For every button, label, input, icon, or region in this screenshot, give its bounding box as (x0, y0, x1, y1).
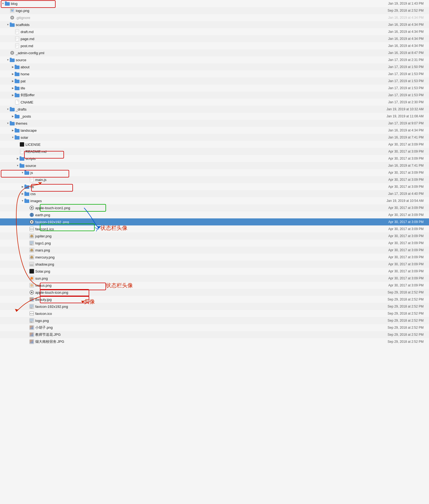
list-item[interactable]: 烟大南校宿舍.JPGSep 29, 2018 at 2:52 PM (0, 338, 429, 345)
disclosure-open[interactable]: ▼ (21, 171, 24, 175)
list-item[interactable]: draft.mdJan 16, 2019 at 4:34 PM (0, 28, 429, 35)
disclosure-open[interactable]: ▼ (6, 121, 10, 125)
file-type-icon: ICO (29, 227, 34, 231)
name-column: ▶home (0, 72, 361, 76)
list-item[interactable]: ▶libApr 30, 2017 at 3:09 PM (0, 183, 429, 190)
list-item[interactable]: ▶aboutJan 17, 2019 at 1:50 PM (0, 63, 429, 70)
file-name-label: solar (21, 135, 28, 140)
svg-rect-9 (10, 22, 12, 24)
list-item[interactable]: earth.pngApr 30, 2017 at 3:09 PM (0, 211, 429, 218)
file-type-icon (29, 177, 34, 182)
disclosure-closed[interactable]: ▶ (11, 93, 15, 97)
list-item[interactable]: apple-touch-icon1.pngApr 30, 2017 at 3:0… (0, 204, 429, 211)
svg-text:img: img (30, 307, 32, 309)
list-item[interactable]: sun.pngApr 30, 2017 at 3:09 PM (0, 275, 429, 282)
file-type-icon (29, 255, 34, 260)
list-item[interactable]: ▼imagesJan 19, 2019 at 10:54 AM (0, 197, 429, 204)
disclosure-open[interactable]: ▼ (6, 58, 10, 62)
list-item[interactable]: apple-touch-icon.pngSep 29, 2018 at 2:52… (0, 289, 429, 296)
list-item[interactable]: ICOfavicon1.icoApr 30, 2017 at 3:09 PM (0, 225, 429, 232)
disclosure-open[interactable]: ▼ (11, 135, 15, 139)
list-item[interactable]: LICENSEApr 30, 2017 at 3:09 PM (0, 141, 429, 148)
disclosure-closed[interactable]: ▶ (11, 86, 15, 90)
list-item[interactable]: ▶cssJan 17, 2019 at 4:40 PM (0, 190, 429, 197)
svg-rect-54 (20, 156, 21, 158)
list-item[interactable]: ▼scaffoldsJan 16, 2019 at 4:34 PM (0, 21, 429, 28)
list-item[interactable]: ▼jsApr 30, 2017 at 3:09 PM (0, 169, 429, 176)
svg-point-23 (11, 52, 13, 54)
date-modified: Jan 19, 2019 at 10:54 AM (361, 199, 424, 203)
disclosure-open[interactable]: ▼ (21, 199, 24, 203)
name-column: LICENSE (0, 142, 361, 147)
list-item[interactable]: favicon-192x192 .pngApr 30, 2017 at 3:09… (0, 218, 429, 225)
disclosure-closed[interactable]: ▶ (21, 192, 24, 196)
list-item[interactable]: ▶_postsJan 19, 2019 at 11:08 AM (0, 113, 429, 120)
list-item[interactable]: Solar.pngApr 30, 2017 at 3:09 PM (0, 268, 429, 275)
list-item[interactable]: ▶homeJan 17, 2019 at 1:53 PM (0, 70, 429, 77)
date-modified: Apr 30, 2017 at 3:09 PM (361, 262, 424, 266)
list-item[interactable]: ▼sourceJan 16, 2019 at 7:41 PM (0, 162, 429, 169)
list-item[interactable]: ▶landscapeJan 16, 2019 at 4:34 PM (0, 127, 429, 134)
list-item[interactable]: imgfavicon-192x192.pngSep 29, 2018 at 2:… (0, 303, 429, 310)
list-item[interactable]: ▼solarJan 16, 2019 at 7:41 PM (0, 134, 429, 141)
list-item[interactable]: _admin-config.ymlJan 16, 2019 at 8:47 PM (0, 49, 429, 56)
name-column: post.md (0, 43, 361, 48)
file-name-label: _admin-config.yml (16, 51, 44, 55)
disclosure-closed[interactable]: ▶ (11, 72, 15, 76)
disclosure-closed[interactable]: ▶ (11, 79, 15, 83)
list-item[interactable]: ▶patJan 17, 2019 at 1:53 PM (0, 77, 429, 85)
file-name-label: logo.png (35, 319, 49, 323)
list-item[interactable]: page.mdJan 16, 2019 at 4:34 PM (0, 35, 429, 42)
list-item[interactable]: venus.pngApr 30, 2017 at 3:09 PM (0, 282, 429, 289)
list-item[interactable]: Beauty.jpgSep 29, 2018 at 2:52 PM (0, 296, 429, 303)
list-item[interactable]: 小胡子.pngSep 29, 2018 at 2:52 PM (0, 324, 429, 331)
file-name-label: earth.png (35, 213, 50, 217)
disclosure-closed[interactable]: ▶ (11, 65, 15, 69)
list-item[interactable]: logo.pngSep 29, 2018 at 2:52 PM (0, 7, 429, 14)
list-item[interactable]: README.mdApr 30, 2017 at 3:09 PM (0, 148, 429, 155)
disclosure-closed[interactable]: ▶ (16, 157, 20, 160)
list-item[interactable]: shadow.pngApr 30, 2017 at 3:09 PM (0, 261, 429, 268)
list-item[interactable]: imglogo.pngSep 29, 2018 at 2:52 PM (0, 317, 429, 324)
svg-text:img: img (30, 244, 32, 245)
list-item[interactable]: imglogo1.pngApr 30, 2017 at 3:09 PM (0, 240, 429, 247)
list-item[interactable]: ICOfavicon.icoSep 29, 2018 at 2:52 PM (0, 310, 429, 317)
list-item[interactable]: .gitignoreJan 16, 2019 at 4:34 PM (0, 14, 429, 21)
list-item[interactable]: ▶lifeJan 17, 2019 at 1:53 PM (0, 85, 429, 92)
list-item[interactable]: ▶剑指offerJan 17, 2019 at 1:53 PM (0, 92, 429, 99)
file-type-icon (15, 79, 20, 83)
date-modified: Apr 30, 2017 at 3:09 PM (361, 283, 424, 287)
list-item[interactable]: main.jsApr 30, 2017 at 3:09 PM (0, 176, 429, 183)
disclosure-closed[interactable]: ▶ (11, 128, 15, 132)
disclosure-open[interactable]: ▼ (6, 107, 10, 111)
list-item[interactable]: post.mdJan 16, 2019 at 4:34 PM (0, 42, 429, 49)
disclosure-closed[interactable]: ▶ (11, 114, 15, 118)
disclosure-open[interactable]: ▼ (1, 2, 5, 5)
date-modified: Sep 29, 2018 at 2:52 PM (361, 340, 424, 344)
date-modified: Sep 29, 2018 at 2:52 PM (361, 333, 424, 337)
list-item[interactable]: ▼sourceJan 17, 2019 at 2:31 PM (0, 56, 429, 63)
list-item[interactable]: ▼blogJan 19, 2019 at 1:43 PM (0, 0, 429, 7)
list-item[interactable]: mercury.pngApr 30, 2017 at 3:09 PM (0, 254, 429, 261)
disclosure-open[interactable]: ▼ (6, 23, 10, 27)
list-item[interactable]: ▼_draftsJan 19, 2019 at 10:32 AM (0, 106, 429, 113)
svg-point-70 (31, 207, 33, 209)
list-item[interactable]: ▶scriptsApr 30, 2017 at 3:09 PM (0, 155, 429, 162)
file-type-icon (24, 184, 29, 189)
list-item[interactable]: 教师节送花.JPGSep 29, 2018 at 2:52 PM (0, 331, 429, 338)
name-column: ▶pat (0, 79, 361, 83)
list-item[interactable]: jupiter.pngApr 30, 2017 at 3:09 PM (0, 232, 429, 240)
svg-rect-66 (24, 192, 26, 193)
name-column: imglogo1.png (0, 241, 361, 245)
date-modified: Apr 30, 2017 at 3:09 PM (361, 269, 424, 273)
disclosure-open[interactable]: ▼ (16, 164, 20, 167)
name-column: sun.png (0, 276, 361, 281)
list-item[interactable]: ▼themesJan 17, 2019 at 9:07 PM (0, 120, 429, 127)
file-type-icon: img (29, 318, 34, 323)
disclosure-closed[interactable]: ▶ (21, 185, 24, 189)
file-name-label: favicon-192x192.png (35, 305, 68, 309)
list-item[interactable]: mars.pngApr 30, 2017 at 3:09 PM (0, 247, 429, 254)
file-type-icon (15, 93, 20, 98)
file-name-label: about (21, 65, 30, 69)
list-item[interactable]: CNAMEJan 17, 2019 at 2:30 PM (0, 99, 429, 106)
